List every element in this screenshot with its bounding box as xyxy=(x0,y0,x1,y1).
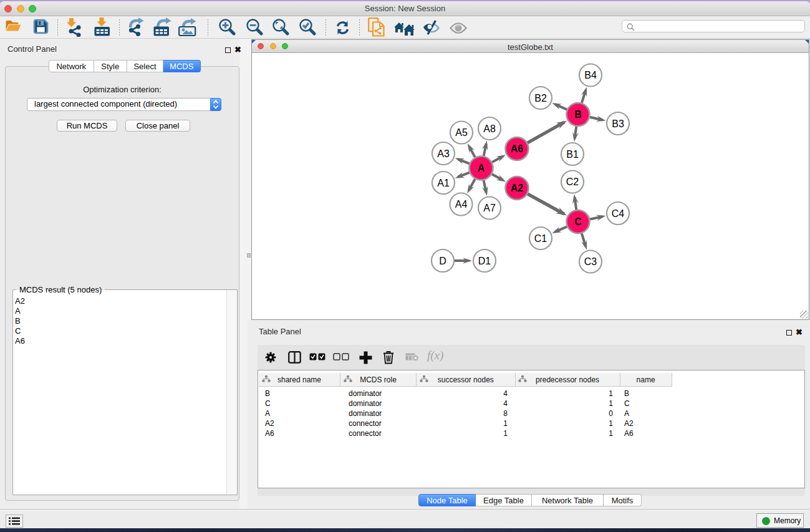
svg-text:B: B xyxy=(574,109,582,120)
svg-text:A2: A2 xyxy=(511,183,524,193)
svg-text:C1: C1 xyxy=(534,233,547,243)
svg-text:A8: A8 xyxy=(483,123,496,133)
svg-text:C4: C4 xyxy=(612,208,625,218)
svg-text:B3: B3 xyxy=(612,118,624,128)
svg-text:D1: D1 xyxy=(478,255,491,266)
svg-text:B2: B2 xyxy=(534,92,547,103)
svg-text:D: D xyxy=(439,255,446,266)
svg-text:A3: A3 xyxy=(437,148,450,158)
svg-text:A1: A1 xyxy=(437,177,450,188)
svg-text:A: A xyxy=(478,163,485,173)
svg-text:A4: A4 xyxy=(455,199,468,210)
svg-text:C3: C3 xyxy=(584,256,597,267)
svg-text:A7: A7 xyxy=(483,203,496,213)
svg-text:A6: A6 xyxy=(511,143,524,154)
svg-text:B1: B1 xyxy=(566,148,579,159)
svg-text:A5: A5 xyxy=(455,127,468,138)
svg-text:C2: C2 xyxy=(566,177,579,187)
svg-text:B4: B4 xyxy=(584,70,597,80)
svg-text:C: C xyxy=(574,216,582,227)
